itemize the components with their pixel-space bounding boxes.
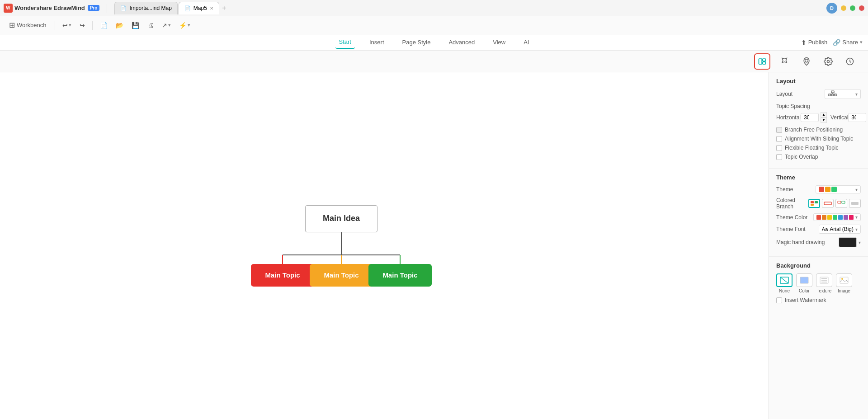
watermark-row: Insert Watermark [776,297,861,303]
watermark-label: Insert Watermark [785,297,826,303]
open-button[interactable]: 📂 [113,20,126,31]
mind-map: Main Idea Main Topic Main Topic Main Top… [251,196,441,296]
magic-button[interactable] [778,54,792,69]
alignment-checkbox[interactable] [776,136,782,142]
magic-hand-color[interactable] [839,237,857,247]
export-button[interactable]: ↗▾ [159,20,174,31]
svg-rect-26 [800,277,808,283]
layout-icon [758,57,767,66]
svg-rect-2 [763,61,766,64]
time-button[interactable] [843,54,857,69]
more-button[interactable]: ⚡▾ [176,20,193,31]
magic-hand-chevron: ▾ [859,240,861,245]
tab-2[interactable]: 📄 Map5 ✕ [179,2,219,14]
publish-button[interactable]: ⬆ Publish [801,39,828,46]
bg-color-opt[interactable]: Color [796,273,812,293]
bg-none-opt[interactable]: None [776,273,793,293]
menu-advanced[interactable]: Advanced [445,36,478,48]
menu-insert[interactable]: Insert [366,36,388,48]
svg-rect-23 [851,202,859,205]
toolbar: ⊞ Workbench ↩▾ ↪ 📄 📂 💾 🖨 ↗▾ ⚡▾ [0,16,868,34]
save-button[interactable]: 💾 [129,20,142,31]
tabs-area: 📄 Importa...ind Map 📄 Map5 ✕ + [114,2,823,14]
print-button[interactable]: 🖨 [145,20,156,31]
pro-badge: Pro [88,5,100,11]
share-button[interactable]: 🔗 Share ▾ [833,39,863,46]
branch-free-row: Branch Free Positioning [776,127,861,133]
topic-3-node[interactable]: Main Topic [368,264,432,287]
menu-start[interactable]: Start [335,36,355,49]
swatch-yellow [825,187,830,192]
theme-font-val: Arial (Big) [830,226,854,232]
overlap-checkbox[interactable] [776,154,782,160]
theme-color-row: Theme Color ▾ [776,213,861,221]
tc2 [822,215,826,220]
bg-none-label: None [779,288,790,293]
watermark-checkbox[interactable] [776,297,782,303]
svg-rect-20 [824,202,831,205]
location-button[interactable] [799,54,814,69]
minimize-button[interactable] [841,5,846,11]
theme-row: Theme ▾ [776,185,861,193]
svg-point-3 [805,59,808,62]
tab-1[interactable]: 📄 Importa...ind Map [114,2,177,14]
branch-free-checkbox[interactable] [776,127,782,133]
cb-opt-3[interactable] [835,199,847,208]
workbench-button[interactable]: ⊞ Workbench [5,19,50,31]
bg-texture-opt[interactable]: Texture [816,273,832,293]
svg-rect-1 [763,59,766,61]
tc4 [833,215,837,220]
menu-page-style[interactable]: Page Style [399,36,434,48]
theme-font-select[interactable]: Aa Arial (Big) ▾ [819,225,861,234]
branch-free-label: Branch Free Positioning [785,127,843,133]
toolbar-sep1 [55,21,55,30]
bg-color-icon [796,273,812,287]
menu-bar: Start Insert Page Style Advanced View AI… [0,34,868,51]
icon-top-bar [0,51,868,72]
svg-rect-17 [811,201,814,203]
maximize-button[interactable] [850,5,855,11]
main-layout: Main Idea Main Topic Main Topic Main Top… [0,72,868,419]
svg-rect-21 [838,201,841,203]
undo-button[interactable]: ↩▾ [60,20,74,31]
bg-texture-label: Texture [817,288,832,293]
cb-opt-1[interactable] [808,199,820,208]
close-button[interactable] [859,5,864,11]
theme-swatches [819,187,837,192]
menu-view[interactable]: View [489,36,509,48]
tc1 [816,215,821,220]
layout-select[interactable]: ▾ [825,89,861,99]
horizontal-up[interactable]: ▲ [821,112,827,118]
magic-hand-control: ▾ [839,237,861,247]
cb-opt-4[interactable] [849,199,861,208]
tab2-close[interactable]: ✕ [210,6,213,11]
bg-image-opt[interactable]: Image [836,273,852,293]
cb-opt-2[interactable] [822,199,834,208]
svg-rect-12 [828,94,830,96]
main-idea-node[interactable]: Main Idea [305,205,377,232]
svg-rect-14 [835,94,837,96]
new-button[interactable]: 📄 [97,20,110,31]
mind-map-container: Main Idea Main Topic Main Topic Main Top… [251,196,441,296]
theme-color-chevron: ▾ [855,215,858,220]
layout-panel-button[interactable] [754,53,770,70]
alignment-label: Alignment With Sibling Topic [785,136,853,142]
swatch-red [819,187,824,192]
flexible-checkbox[interactable] [776,145,782,151]
vertical-input[interactable] [848,113,866,122]
menu-ai[interactable]: AI [520,36,533,48]
horizontal-down[interactable]: ▼ [821,118,827,123]
redo-button[interactable]: ↪ [77,20,88,31]
theme-label: Theme [776,186,816,193]
canvas[interactable]: Main Idea Main Topic Main Topic Main Top… [0,72,769,419]
topic-2-node[interactable]: Main Topic [310,264,373,287]
theme-color-select[interactable]: ▾ [813,213,861,221]
swatch-green [831,187,837,192]
topic-1-node[interactable]: Main Topic [251,264,314,287]
theme-select[interactable]: ▾ [816,185,861,193]
tab-add-button[interactable]: + [220,4,228,12]
horizontal-input[interactable] [801,113,819,122]
settings-button[interactable] [821,54,835,69]
user-avatar[interactable]: D [826,3,837,14]
bg-texture-svg [820,277,829,284]
